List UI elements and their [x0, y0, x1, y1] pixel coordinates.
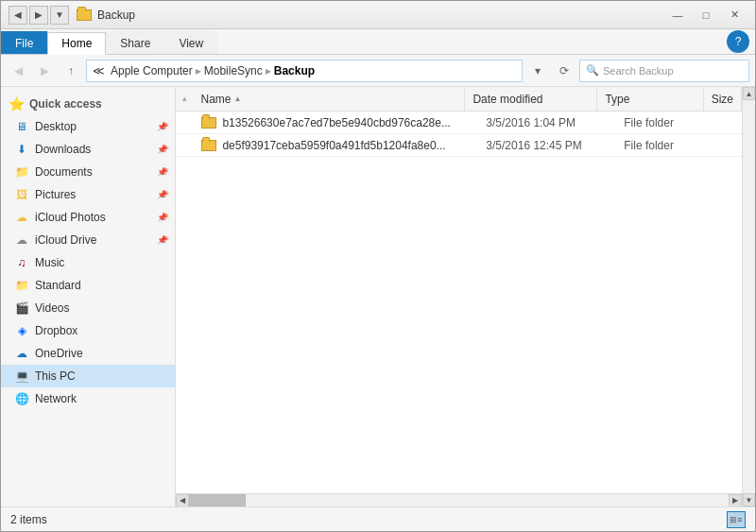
sidebar-item-desktop-label: Desktop — [35, 120, 77, 133]
sidebar-item-music-label: Music — [35, 256, 64, 269]
sidebar-item-dropbox-label: Dropbox — [35, 324, 77, 337]
sidebar-item-downloads-label: Downloads — [35, 143, 91, 156]
sidebar-item-standard[interactable]: 📁 Standard — [1, 274, 175, 297]
address-bar: ◀ ▶ ↑ ≪ Apple Computer ▸ MobileSync ▸ Ba… — [1, 55, 755, 87]
forward-button[interactable]: ▶ — [33, 60, 56, 82]
path-breadcrumb-1: ≪ — [93, 64, 105, 77]
sidebar-item-onedrive[interactable]: ☁ OneDrive — [1, 342, 175, 365]
ribbon-tabs: File Home Share View ? — [1, 29, 755, 54]
title-bar-quick-access: ◀ ▶ ▼ — [9, 6, 69, 25]
hscroll-left[interactable]: ◀ — [176, 494, 189, 507]
col-header-date[interactable]: Date modified — [465, 87, 597, 111]
path-segment-mobilesync[interactable]: MobileSync — [204, 64, 263, 77]
sidebar-item-music[interactable]: ♫ Music — [1, 251, 175, 274]
view-toggle: ⊞ ≡ — [727, 511, 746, 528]
quick-access-icon2[interactable]: ▶ — [29, 6, 48, 25]
file-date-cell: 3/5/2016 1:04 PM — [478, 112, 616, 133]
name-sort-arrow: ▲ — [234, 94, 242, 103]
tab-home[interactable]: Home — [47, 32, 106, 55]
file-size-cell — [727, 112, 742, 133]
folder-icon — [201, 117, 216, 129]
title-bar: ◀ ▶ ▼ Backup — □ ✕ — [1, 1, 755, 29]
hscroll-thumb[interactable] — [189, 494, 246, 506]
sidebar-item-network[interactable]: 🌐 Network — [1, 387, 175, 410]
search-placeholder: Search Backup — [603, 65, 674, 77]
tab-view[interactable]: View — [164, 31, 217, 54]
view-details-icon: ⊞ — [730, 515, 737, 524]
file-date: 3/5/2016 12:45 PM — [486, 139, 581, 152]
file-list-header: ▲ Name ▲ Date modified Type Size — [176, 87, 742, 112]
file-size-cell — [727, 134, 742, 156]
vscroll-track[interactable] — [743, 100, 755, 493]
path-segment-apple[interactable]: Apple Computer — [111, 64, 193, 77]
pin-icon-pictures: 📌 — [157, 190, 167, 199]
view-list-icon: ≡ — [737, 515, 742, 524]
pin-icon-documents: 📌 — [157, 167, 167, 177]
sidebar-item-dropbox[interactable]: ◈ Dropbox — [1, 319, 175, 342]
sidebar-item-icloud-drive[interactable]: ☁ iCloud Drive 📌 — [1, 229, 175, 251]
file-type-cell: File folder — [616, 112, 727, 133]
sidebar-item-videos-label: Videos — [35, 301, 69, 315]
path-segment-backup[interactable]: Backup — [274, 64, 315, 77]
col-header-type[interactable]: Type — [597, 87, 703, 111]
sidebar-item-documents[interactable]: 📁 Documents 📌 — [1, 161, 175, 183]
tab-file[interactable]: File — [1, 31, 47, 54]
sidebar-item-downloads[interactable]: ⬇ Downloads 📌 — [1, 138, 175, 161]
sidebar-item-desktop[interactable]: 🖥 Desktop 📌 — [1, 115, 175, 138]
close-button[interactable]: ✕ — [721, 6, 747, 25]
col-header-name[interactable]: Name ▲ — [194, 87, 466, 111]
col-sort-indicator: ▲ — [180, 94, 188, 103]
sidebar-item-icloud-drive-label: iCloud Drive — [35, 233, 96, 247]
file-name-cell: de5f93917ceba5959f0a491fd5b1204fa8e0... — [194, 134, 478, 156]
tab-share[interactable]: Share — [106, 31, 164, 54]
sidebar-item-thispc[interactable]: 💻 This PC — [1, 365, 175, 387]
view-details-button[interactable]: ⊞ ≡ — [727, 511, 746, 528]
search-icon: 🔍 — [586, 64, 599, 77]
refresh-button[interactable]: ⟳ — [553, 60, 576, 82]
sidebar-item-thispc-label: This PC — [35, 369, 76, 383]
hscroll-track[interactable] — [189, 494, 729, 506]
pin-icon-downloads: 📌 — [157, 145, 167, 154]
table-row[interactable]: b13526630e7ac7ed7be5e940cbd976ca28e... 3… — [176, 112, 742, 134]
window-title: Backup — [97, 9, 135, 22]
sidebar-item-pictures-label: Pictures — [35, 188, 76, 201]
sidebar-item-onedrive-label: OneDrive — [35, 347, 83, 360]
quick-access-icon: ⭐ — [9, 96, 24, 112]
file-type: File folder — [624, 139, 674, 152]
quick-access-icon3[interactable]: ▼ — [50, 6, 69, 25]
sidebar-item-videos[interactable]: 🎬 Videos — [1, 297, 175, 319]
network-icon: 🌐 — [14, 391, 29, 406]
pictures-icon: 🖼 — [14, 187, 29, 202]
up-button[interactable]: ↑ — [60, 60, 82, 82]
pin-icon-icloud-photos: 📌 — [157, 213, 167, 222]
help-button[interactable]: ? — [727, 30, 749, 53]
status-item-count: 2 items — [10, 513, 727, 526]
status-bar: 2 items ⊞ ≡ — [1, 506, 755, 531]
sidebar-item-pictures[interactable]: 🖼 Pictures 📌 — [1, 183, 175, 206]
standard-icon: 📁 — [14, 278, 29, 293]
onedrive-icon: ☁ — [14, 346, 29, 361]
folder-icon — [201, 140, 216, 151]
vscroll-up[interactable]: ▲ — [743, 87, 755, 100]
sidebar-quick-access[interactable]: ⭐ Quick access — [1, 93, 175, 115]
table-row[interactable]: de5f93917ceba5959f0a491fd5b1204fa8e0... … — [176, 134, 742, 157]
address-path[interactable]: ≪ Apple Computer ▸ MobileSync ▸ Backup — [86, 60, 523, 82]
hscroll-right[interactable]: ▶ — [729, 494, 742, 507]
vertical-scrollbar: ▲ ▼ — [742, 87, 755, 506]
search-box[interactable]: 🔍 Search Backup — [579, 60, 749, 82]
sidebar-item-icloud-photos[interactable]: ☁ iCloud Photos 📌 — [1, 206, 175, 229]
col-header-size[interactable]: Size — [704, 87, 742, 111]
maximize-button[interactable]: □ — [693, 6, 719, 25]
vscroll-down[interactable]: ▼ — [743, 493, 755, 506]
window-folder-icon — [77, 9, 92, 21]
dropbox-icon: ◈ — [14, 323, 29, 338]
videos-icon: 🎬 — [14, 300, 29, 316]
back-button[interactable]: ◀ — [7, 60, 29, 82]
file-list: b13526630e7ac7ed7be5e940cbd976ca28e... 3… — [176, 112, 742, 493]
address-dropdown[interactable]: ▾ — [526, 60, 549, 82]
minimize-button[interactable]: — — [664, 6, 691, 25]
desktop-icon: 🖥 — [14, 119, 29, 134]
quick-access-label: Quick access — [29, 97, 102, 111]
quick-access-icon1[interactable]: ◀ — [9, 6, 27, 25]
file-type-cell: File folder — [616, 134, 727, 156]
